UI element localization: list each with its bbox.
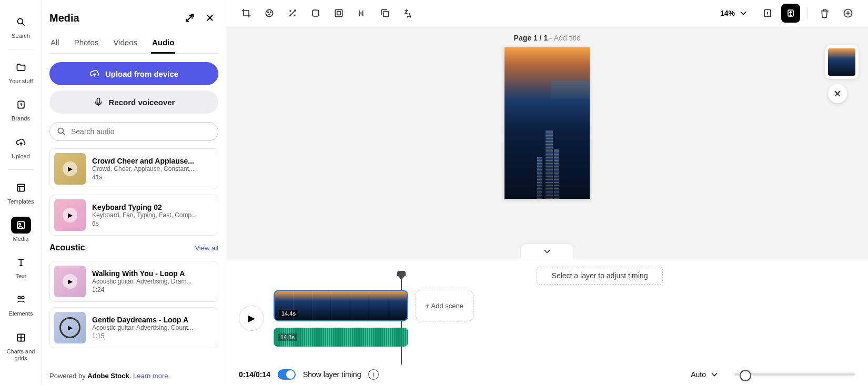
page-tool-button[interactable] <box>758 4 777 23</box>
svg-point-0 <box>17 18 23 24</box>
add-button[interactable] <box>839 4 857 23</box>
close-thumbnail-button[interactable] <box>828 84 847 103</box>
svg-rect-2 <box>17 184 24 191</box>
tab-audio[interactable]: Audio <box>151 35 176 54</box>
rail-label: Templates <box>7 198 34 205</box>
info-icon[interactable]: i <box>368 369 379 380</box>
learn-more-link[interactable]: Learn more. <box>133 372 170 380</box>
zoom-dropdown[interactable]: 14% <box>715 5 754 22</box>
rail-charts[interactable]: Charts and grids <box>3 325 39 366</box>
crop-tool-button[interactable] <box>237 4 256 23</box>
rail-upload[interactable]: Upload <box>3 130 39 164</box>
play-button[interactable]: ▶ <box>239 306 264 331</box>
color-tool-button[interactable] <box>260 4 279 23</box>
audio-duration: 41s <box>92 174 214 181</box>
duplicate-tool-button[interactable] <box>376 4 395 23</box>
rail-label: Search <box>12 33 30 39</box>
shape-tool-button[interactable] <box>306 4 325 23</box>
rail-text[interactable]: Text <box>3 250 39 284</box>
audio-duration-badge: 14.3s <box>278 333 297 341</box>
search-audio-box[interactable] <box>49 122 218 141</box>
audio-tags: Acoustic guitar, Advertising, Count... <box>92 324 214 331</box>
audio-item[interactable]: ▶ Crowd Cheer and Applause... Crowd, Che… <box>49 148 218 189</box>
auto-dropdown[interactable]: Auto <box>691 369 720 380</box>
tab-videos[interactable]: Videos <box>112 35 138 53</box>
text-icon <box>11 254 31 271</box>
fit-tool-button[interactable] <box>781 4 800 23</box>
svg-point-11 <box>269 14 270 15</box>
rail-your-stuff[interactable]: Your stuff <box>3 55 39 89</box>
play-icon[interactable]: ▶ <box>63 274 77 289</box>
view-all-link[interactable]: View all <box>195 244 218 252</box>
scene-duration-badge: 14.4s <box>279 310 298 317</box>
collapse-timeline-button[interactable] <box>521 244 573 259</box>
audio-title: Walking With You - Loop A <box>92 269 214 278</box>
page-thumbnail[interactable] <box>828 48 855 76</box>
show-layer-timing-label: Show layer timing <box>303 370 361 379</box>
upload-from-device-button[interactable]: Upload from device <box>49 62 218 85</box>
tab-all[interactable]: All <box>49 35 60 53</box>
svg-rect-6 <box>97 98 99 104</box>
audio-item[interactable]: ▶ Walking With You - Loop A Acoustic gui… <box>49 261 218 302</box>
add-scene-button[interactable]: + Add scene <box>416 290 473 321</box>
panel-title: Media <box>49 12 79 24</box>
tab-photos[interactable]: Photos <box>73 35 100 53</box>
svg-point-13 <box>294 15 295 16</box>
delete-button[interactable] <box>815 4 834 23</box>
search-icon <box>11 14 31 31</box>
align-tool-button[interactable] <box>352 4 371 23</box>
powered-by: Powered by Adobe Stock. Learn more. <box>49 367 218 380</box>
audio-thumbnail: ▶ <box>54 199 86 231</box>
brands-icon <box>11 96 31 113</box>
svg-rect-16 <box>337 11 341 15</box>
rail-elements[interactable]: Elements <box>3 287 39 321</box>
left-rail: Search Your stuff Brands Upload Template… <box>0 0 42 385</box>
page-thumbnail-strip[interactable] <box>825 45 859 79</box>
audio-thumbnail: ▶ <box>54 266 86 297</box>
play-icon[interactable]: ▶ <box>63 208 77 222</box>
audio-clip[interactable]: 14.3s <box>274 328 408 347</box>
folder-icon <box>11 59 31 76</box>
audio-thumbnail: ▶ <box>54 312 86 343</box>
magic-tool-button[interactable] <box>283 4 302 23</box>
media-tabs: All Photos Videos Audio <box>49 35 218 54</box>
page-label[interactable]: Page 1 / 1 - Add title <box>514 34 581 42</box>
audio-duration: 6s <box>92 220 214 227</box>
mask-tool-button[interactable] <box>329 4 348 23</box>
search-icon <box>56 126 67 137</box>
audio-thumbnail: ▶ <box>54 153 86 185</box>
charts-icon <box>11 329 31 346</box>
audio-tags: Crowd, Cheer, Applause, Constant,... <box>92 165 214 173</box>
media-panel: Media All Photos Videos Audio Upload fro… <box>42 0 226 385</box>
audio-duration: 1:15 <box>92 332 214 340</box>
rail-templates[interactable]: Templates <box>3 175 39 209</box>
play-icon[interactable]: ▶ <box>59 317 80 338</box>
audio-item[interactable]: ▶ Gentle Daydreams - Loop A Acoustic gui… <box>49 307 218 348</box>
translate-tool-button[interactable] <box>399 4 418 23</box>
play-icon[interactable]: ▶ <box>63 161 77 176</box>
rail-label: Upload <box>12 153 30 160</box>
canvas-area[interactable]: Page 1 / 1 - Add title <box>226 26 868 259</box>
divider <box>808 7 808 19</box>
rail-label: Media <box>13 236 29 242</box>
main-area: 14% Page 1 / 1 - Add title Select a laye… <box>226 0 868 385</box>
section-title: Acoustic <box>49 243 85 252</box>
expand-panel-button[interactable] <box>181 9 198 26</box>
rail-brands[interactable]: Brands <box>3 92 39 126</box>
add-title-field[interactable]: Add title <box>554 34 581 42</box>
scene-clip[interactable]: 14.4s <box>274 290 408 321</box>
rail-search[interactable]: Search <box>3 9 39 44</box>
show-layer-timing-toggle[interactable] <box>278 369 296 380</box>
audio-item[interactable]: ▶ Keyboard Typing 02 Keyboard, Fan, Typi… <box>49 195 218 236</box>
close-panel-button[interactable] <box>201 9 218 26</box>
timeline-zoom-slider[interactable] <box>734 373 855 376</box>
rail-media[interactable]: Media <box>3 212 39 247</box>
timeline-hint: Select a layer to adjust timing <box>537 267 663 285</box>
canvas-page[interactable] <box>504 47 590 199</box>
audio-tags: Acoustic guitar, Advertising, Dram... <box>92 278 214 285</box>
svg-point-7 <box>58 128 63 133</box>
record-button-label: Record voiceover <box>109 98 175 107</box>
rail-label: Brands <box>12 115 30 122</box>
record-voiceover-button[interactable]: Record voiceover <box>49 90 218 114</box>
search-audio-input[interactable] <box>71 127 211 136</box>
